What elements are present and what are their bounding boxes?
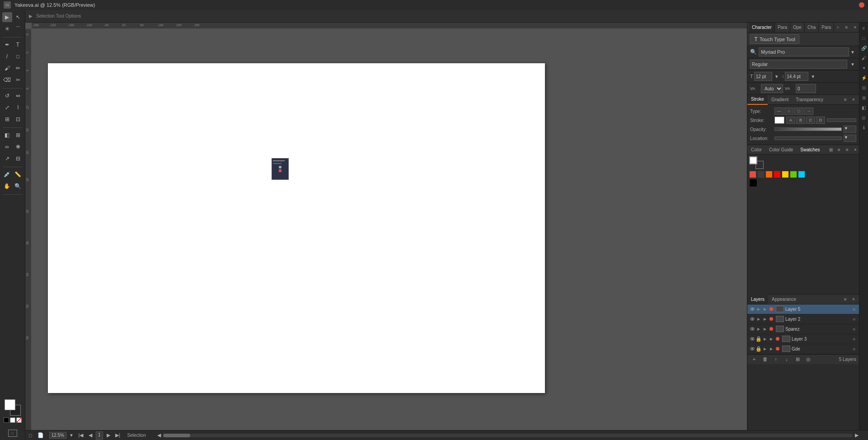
leading-dropdown[interactable]: ▼ [809, 73, 816, 80]
direct-select-tool[interactable]: ↖ [13, 12, 23, 22]
layer-2-expand2[interactable]: ▶ [762, 316, 768, 322]
scissors-tool[interactable]: ✂ [13, 75, 23, 85]
ri-symbols[interactable]: ✦ [860, 64, 868, 71]
none-color-btn[interactable] [16, 417, 22, 423]
panel-menu-btn[interactable]: ≡ [843, 24, 850, 31]
tab-color[interactable]: Color [747, 145, 765, 154]
symbol-sprayer-tool[interactable]: ❋ [13, 142, 23, 152]
new-layer-btn[interactable]: + [750, 355, 758, 363]
gradient-tool[interactable]: ◧ [2, 130, 12, 140]
font-size-input[interactable] [754, 72, 772, 81]
eraser-tool[interactable]: ⌫ [2, 75, 12, 85]
tab-character[interactable]: Character [749, 23, 775, 33]
swatches-menu[interactable]: ≡ [844, 146, 851, 153]
ri-brush[interactable]: 🖌 [860, 54, 868, 61]
ri-links[interactable]: 🔗 [860, 44, 868, 51]
tab-stroke[interactable]: Stroke [747, 95, 768, 105]
stroke-type-square[interactable]: □ [794, 108, 803, 115]
tab-color-guide[interactable]: Color Guide [765, 145, 797, 154]
artboard-tool[interactable]: □ [3, 428, 23, 438]
effect-panel-menu[interactable]: ≡ [842, 96, 849, 103]
paintbrush-tool[interactable]: 🖌 [2, 63, 12, 73]
stroke-type-arrow[interactable]: → [804, 108, 813, 115]
pencil-tool[interactable]: ✏ [13, 63, 23, 73]
scroll-left[interactable]: ◀ [155, 431, 163, 440]
page-first[interactable]: |◀ [77, 431, 85, 440]
sparez-expand[interactable]: ▶ [755, 326, 762, 332]
measure-tool[interactable]: 📏 [13, 169, 23, 179]
ri-info[interactable]: ℹ [860, 124, 868, 131]
layer-3-expand2[interactable]: ▶ [768, 336, 774, 342]
page-last[interactable]: ▶| [114, 431, 122, 440]
swatch-fg-large[interactable] [749, 156, 757, 164]
free-transform-tool[interactable]: ⊡ [13, 114, 23, 124]
column-graph-tool[interactable]: ↗ [2, 154, 12, 164]
rotate-tool[interactable]: ↺ [2, 91, 12, 101]
effect-panel-close[interactable]: × [850, 96, 857, 103]
page-prev[interactable]: ◀ [86, 431, 94, 440]
tab-appearance[interactable]: Appearance [768, 294, 800, 304]
stroke-color-swatch[interactable] [774, 117, 784, 124]
locate-btn[interactable]: ◎ [804, 355, 812, 363]
sparez-lock-icon[interactable]: ○ [851, 326, 857, 332]
swatch-yellow[interactable] [782, 171, 789, 178]
move-up-btn[interactable]: ↑ [772, 355, 780, 363]
scale-tool[interactable]: ⤢ [2, 103, 12, 112]
gde-expand2[interactable]: ▶ [768, 346, 774, 352]
gde-lock-icon[interactable]: ○ [851, 346, 857, 352]
layer-5-lock-icon[interactable]: ○ [851, 306, 857, 312]
tab-char-styles[interactable]: Cha [805, 23, 819, 33]
layer-row-2[interactable]: ▶ ▶ Layer 2 ○ [747, 314, 859, 324]
ri-actions[interactable]: ⚡ [860, 74, 868, 81]
layer-row-gde[interactable]: 🔒 ▶ ▶ Gde ○ [747, 344, 859, 354]
sparez-visibility[interactable] [749, 326, 755, 332]
font-style-input[interactable] [750, 60, 847, 69]
gde-lock[interactable]: 🔒 [755, 346, 762, 352]
opacity-dropdown[interactable]: ▼ [844, 126, 856, 133]
swatch-orange[interactable] [765, 171, 773, 178]
stroke-type-round[interactable]: ○ [784, 108, 793, 115]
layer-row-5[interactable]: ▶ ▶ Layer 5 ○ [747, 304, 859, 314]
swatch-green[interactable] [790, 171, 797, 178]
move-down-btn[interactable]: ↓ [783, 355, 791, 363]
layer-2-lock-icon[interactable]: ○ [851, 316, 857, 322]
rect-tool[interactable]: □ [13, 51, 23, 61]
layer-2-expand[interactable]: ▶ [755, 316, 762, 322]
stroke-btn-c[interactable]: C [806, 117, 815, 124]
tab-paragraph[interactable]: Para [775, 23, 790, 33]
swatch-black[interactable] [749, 179, 757, 187]
hand-tool[interactable]: ✋ [2, 181, 12, 191]
swatches-list-view[interactable]: ≡ [835, 146, 843, 153]
artboard[interactable] [48, 63, 545, 393]
lasso-tool[interactable]: ⌒ [13, 24, 23, 34]
touch-type-button[interactable]: T Touch Type Tool [750, 34, 799, 44]
reflect-tool[interactable]: ⇔ [13, 91, 23, 101]
font-size-dropdown[interactable]: ▼ [773, 73, 780, 80]
layer-3-lock-icon[interactable]: ○ [851, 336, 857, 342]
sparez-expand2[interactable]: ▶ [762, 326, 768, 332]
ri-artboards[interactable]: □ [860, 34, 868, 42]
tracking-dropdown[interactable]: Auto [761, 84, 783, 93]
swatches-close[interactable]: × [852, 146, 859, 153]
stroke-btn-d[interactable]: D [816, 117, 825, 124]
ri-align[interactable]: ⊟ [860, 84, 868, 91]
fg-bg-color-squares[interactable] [5, 399, 21, 416]
ri-pathfinder[interactable]: ◧ [860, 104, 868, 111]
layers-close-btn[interactable]: × [850, 295, 857, 303]
mesh-tool[interactable]: ⊞ [13, 130, 23, 140]
foreground-color-swatch[interactable] [5, 399, 15, 410]
font-search-input[interactable] [759, 47, 849, 56]
layer-5-expand2[interactable]: ▶ [762, 306, 768, 312]
leading-input[interactable] [785, 72, 808, 81]
pen-tool[interactable]: ✒ [2, 40, 12, 50]
ri-navigator[interactable]: ◎ [860, 114, 868, 121]
zoom-tool[interactable]: 🔍 [13, 181, 23, 191]
scroll-right[interactable]: ▶ [853, 431, 861, 440]
blend-tool[interactable]: ∞ [2, 142, 12, 152]
ri-transform[interactable]: ⊞ [860, 94, 868, 101]
delete-layer-btn[interactable]: 🗑 [761, 355, 769, 363]
layer-5-expand[interactable]: ▶ [755, 306, 762, 312]
type-tool[interactable]: T [13, 40, 23, 50]
layer-3-expand[interactable]: ▶ [762, 336, 768, 342]
layer-2-visibility[interactable] [749, 316, 755, 322]
